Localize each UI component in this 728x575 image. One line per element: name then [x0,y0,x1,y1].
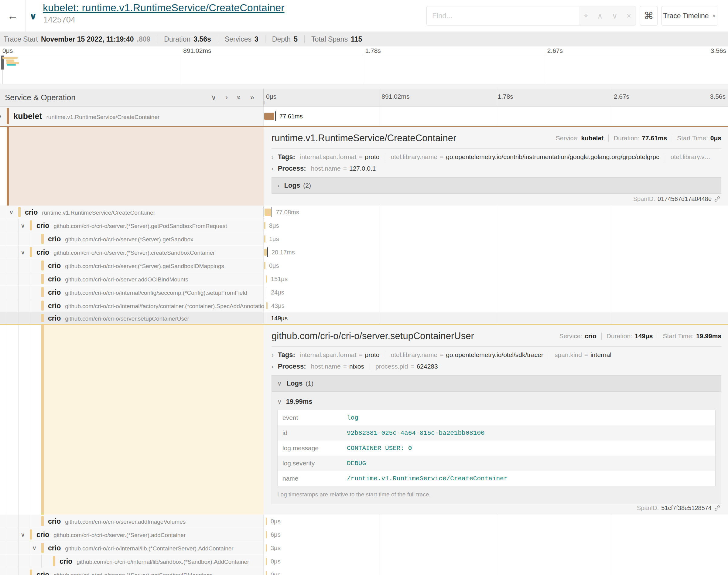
duration-label: 8μs [269,222,279,229]
collapse-chevron-icon[interactable]: ∨ [9,209,14,216]
collapse-chevron-icon[interactable]: ∨ [21,249,25,256]
find-input[interactable] [427,6,579,25]
span-row[interactable]: criogithub.com/cri-o/cri-o/internal/fact… [0,299,728,312]
tree-controls: ∨ › » » [211,89,254,106]
indent-guide [18,232,19,245]
locate-icon[interactable]: ⌖ [584,11,588,20]
collapse-one-icon[interactable]: ∨ [211,93,217,102]
trace-minimap[interactable] [0,55,728,84]
indent-guide [30,299,30,312]
indent-guide [30,325,30,515]
link-icon[interactable] [714,505,721,512]
span-row[interactable]: criogithub.com/cri-o/cri-o/server.addOCI… [0,272,728,286]
process-row[interactable]: › Process: host.name=nixos process.pid=6… [271,363,721,370]
span-row-left: criogithub.com/cri-o/cri-o/internal/conf… [0,286,264,299]
span-row-left: criogithub.com/cri-o/cri-o/server.addOCI… [0,272,264,286]
duration-bar [264,249,267,256]
back-arrow-icon: ← [7,9,18,22]
duration-bar [266,571,267,575]
span-row[interactable]: criogithub.com/cri-o/cri-o/server.(*Serv… [0,568,728,575]
start-time-value: 19.99ms [696,332,721,340]
logs-label: Logs [284,181,300,190]
duration-bar [266,302,268,309]
process-row[interactable]: › Process: host.name=127.0.0.1 [271,165,721,172]
indent-guide [18,246,19,259]
minimap-span-bar [6,60,14,62]
trace-collapse-chevron-icon[interactable]: ∨ [29,10,37,22]
span-detail-stats: Service:crio Duration:149μs Start Time:1… [559,332,721,340]
span-row-timeline: 24μs [264,286,728,299]
span-label: criogithub.com/cri-o/cri-o/server.(*Serv… [48,261,224,270]
expand-one-icon[interactable]: › [225,93,228,102]
next-result-icon[interactable]: ∨ [612,11,618,20]
trace-meta-bar: Trace Start November 15 2022, 11:19:40.8… [0,32,728,46]
operation-name: github.com/cri-o/cri-o/server.(*Server).… [54,532,186,538]
span-row[interactable]: criogithub.com/cri-o/cri-o/server.(*Serv… [0,232,728,246]
duration-label: 77.61ms [279,113,303,120]
process-label: Process: [278,165,306,172]
span-color-bar [30,247,32,257]
tags-row[interactable]: › Tags: internal.span.format=proto otel.… [271,153,721,161]
log-timestamp: 19.99ms [286,398,312,406]
duration-label: 24μs [271,289,284,296]
span-row[interactable]: ∨crioruntime.v1.RuntimeService/CreateCon… [0,206,728,219]
indent-guide [7,286,7,299]
indent-guide [18,286,19,299]
log-entry-header[interactable]: ∨ 19.99ms [277,398,716,406]
duration-value: 3.56s [194,35,211,43]
divider [218,35,218,43]
span-row[interactable]: ∨criogithub.com/cri-o/cri-o/server.(*Ser… [0,528,728,541]
service-label: Service: [556,134,579,142]
service-name: crio [48,261,61,269]
span-row[interactable]: criogithub.com/cri-o/cri-o/internal/conf… [0,286,728,299]
log-marker [271,207,272,217]
collapse-chevron-icon[interactable]: ∨ [21,531,25,538]
indent-guide [7,312,7,324]
link-icon[interactable] [714,196,721,202]
duration-label: Duration: [606,332,632,340]
span-row[interactable]: criogithub.com/cri-o/cri-o/server.addIma… [0,515,728,528]
process-key: host.name [311,165,341,172]
tags-row[interactable]: › Tags: internal.span.format=proto otel.… [271,351,721,359]
spanid-label: SpanID: [633,196,655,202]
log-field-row: log.severityDEBUG [277,456,715,471]
duration-bar [264,222,265,229]
process-pair: host.name=nixos [311,363,364,370]
span-row[interactable]: ∨criogithub.com/cri-o/cri-o/server.(*Ser… [0,246,728,259]
trace-view-select[interactable]: Trace Timeline ∨ [661,6,717,26]
keyboard-shortcuts-button[interactable]: ⌘ [640,6,658,26]
duration-label: 77.08ms [276,209,299,216]
span-row[interactable]: ∨kubeletruntime.v1.RuntimeService/Create… [0,107,728,126]
prev-result-icon[interactable]: ∧ [597,11,602,20]
log-note: Log timestamps are relative to the start… [277,491,716,498]
span-row[interactable]: criogithub.com/cri-o/cri-o/server.(*Serv… [0,259,728,272]
log-field-value: 92b82381-025c-4a64-815c-ba2e1bb08100 [347,430,485,437]
log-field-key: name [283,475,347,482]
collapse-chevron-icon[interactable]: ∨ [21,222,25,229]
trace-title-link[interactable]: kubelet: runtime.v1.RuntimeService/Creat… [43,2,285,14]
span-row[interactable]: ∨criogithub.com/cri-o/cri-o/server.(*Ser… [0,219,728,232]
collapse-chevron-icon[interactable]: ∨ [32,544,37,552]
collapse-chevron-icon[interactable]: ∨ [0,113,2,120]
clear-search-icon[interactable]: × [627,11,631,20]
log-marker [267,288,267,297]
span-label: criogithub.com/cri-o/cri-o/internal/conf… [48,288,247,296]
process-key: host.name [311,363,341,370]
detail-panel: runtime.v1.RuntimeService/CreateContaine… [264,127,728,206]
spanid-row: SpanID: 51cf7f38e5128574 [637,505,721,512]
collapse-all-icon[interactable]: » [235,95,243,99]
span-row-left: criogithub.com/cri-o/cri-o/internal/lib/… [0,555,264,568]
indent-guide [18,259,19,272]
chevron-right-icon: › [277,182,279,189]
logs-accordion-expanded[interactable]: ∨ Logs (1) [271,375,721,392]
find-controls: ⌖ ∧ ∨ × [579,6,636,25]
span-row[interactable]: criogithub.com/cri-o/cri-o/server.setupC… [0,312,728,324]
span-row[interactable]: ∨criogithub.com/cri-o/cri-o/internal/lib… [0,541,728,555]
duration-bar [266,531,267,538]
span-color-bar [41,274,44,284]
operation-name: github.com/cri-o/cri-o/internal/factory/… [65,303,270,309]
span-row[interactable]: criogithub.com/cri-o/cri-o/internal/lib/… [0,555,728,568]
logs-accordion[interactable]: › Logs (2) [271,177,721,194]
back-arrow-button[interactable]: ← [0,0,26,32]
expand-all-icon[interactable]: » [250,93,254,102]
